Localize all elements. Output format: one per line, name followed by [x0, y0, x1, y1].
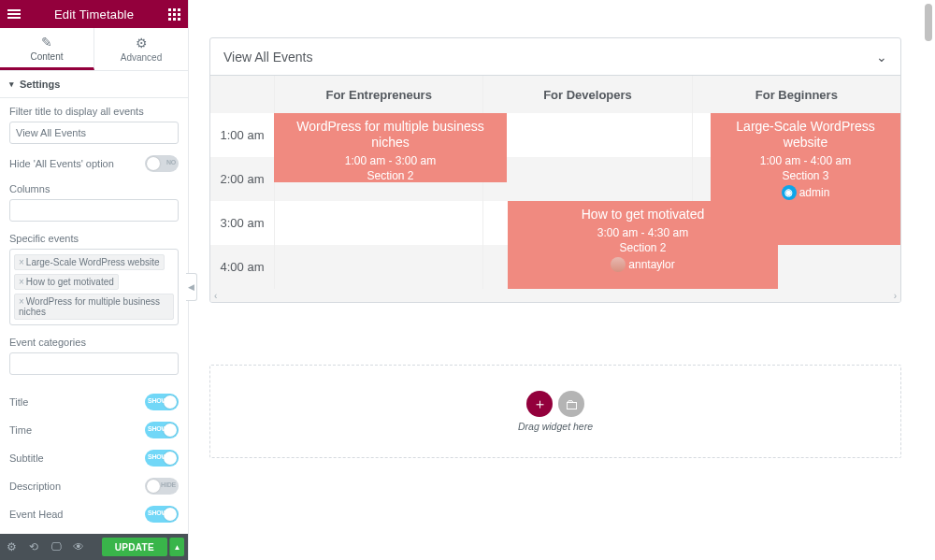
update-split[interactable]: ▲	[169, 538, 184, 556]
gear-icon: ⚙	[136, 36, 148, 50]
footer-responsive[interactable]: 🖵	[45, 534, 67, 560]
plus-icon: ＋	[533, 395, 547, 413]
event-section: Section 3	[714, 169, 897, 182]
event-tag[interactable]: ×WordPress for multiple business niches	[14, 294, 174, 320]
folder-icon: 🗀	[565, 396, 579, 412]
preview-canvas: View All Events ⌄ For Entrepreneurs For …	[189, 0, 935, 560]
footer-revisions[interactable]: ⟲	[22, 534, 45, 560]
time-label: 4:00 am	[210, 245, 274, 289]
main-scrollbar[interactable]	[920, 0, 935, 560]
toggle-title[interactable]: SHOW	[145, 394, 179, 410]
column-header: For Entrepreneurs	[274, 76, 482, 113]
columns-input[interactable]	[9, 199, 179, 222]
event-tag[interactable]: ×Large-Scale WordPress website	[14, 254, 165, 270]
columns-label: Columns	[9, 183, 179, 194]
monitor-icon: 🖵	[50, 540, 62, 553]
scroll-right-icon[interactable]: ›	[894, 291, 897, 301]
event-author: ◉admin	[714, 185, 897, 200]
specific-events-label: Specific events	[9, 233, 179, 244]
footer-settings[interactable]: ⚙	[0, 534, 22, 560]
widget-dropzone[interactable]: ＋ 🗀 Drag widget here	[209, 365, 901, 458]
menu-button[interactable]	[0, 0, 28, 28]
gear-icon: ⚙	[7, 540, 17, 553]
control-hide-all-events: Hide 'All Events' option NO	[9, 155, 179, 172]
event-time: 1:00 am - 4:00 am	[714, 154, 897, 167]
event-author: anntaylor	[511, 257, 774, 272]
panel-tabs: ✎ Content ⚙ Advanced	[0, 28, 188, 71]
time-label: 1:00 am	[210, 113, 274, 157]
control-title: TitleSHOW	[9, 394, 179, 410]
tab-label: Advanced	[121, 52, 162, 63]
grid-icon	[168, 8, 180, 21]
author-avatar-icon	[611, 257, 626, 272]
caret-up-icon: ▲	[174, 543, 181, 552]
caret-down-icon: ▾	[9, 79, 14, 89]
section-settings[interactable]: ▾ Settings	[0, 71, 188, 98]
hamburger-icon	[7, 9, 21, 19]
control-description: DescriptionHIDE	[9, 478, 179, 495]
editor-panel: Edit Timetable ✎ Content ⚙ Advanced ▾ Se…	[0, 0, 189, 560]
event-title: WordPress for multiple business niches	[278, 119, 503, 151]
event-card[interactable]: WordPress for multiple business niches 1…	[274, 113, 507, 182]
toggle-time[interactable]: SHOW	[145, 422, 179, 438]
event-card[interactable]: Large-Scale WordPress website 1:00 am - …	[711, 113, 900, 245]
app-root: Edit Timetable ✎ Content ⚙ Advanced ▾ Se…	[0, 0, 935, 560]
settings-body: Filter title to display all events Hide …	[0, 98, 188, 534]
tag-remove-icon[interactable]: ×	[19, 277, 24, 287]
column-header: For Developers	[482, 76, 691, 113]
scrollbar-thumb[interactable]	[925, 4, 932, 41]
history-icon: ⟲	[29, 540, 38, 553]
control-specific-events: Specific events ×Large-Scale WordPress w…	[9, 233, 179, 325]
event-tag[interactable]: ×How to get motivated	[14, 274, 119, 290]
timetable-filter-dropdown[interactable]: View All Events ⌄	[210, 38, 900, 76]
chevron-down-icon: ⌄	[876, 50, 887, 65]
timetable-grid: For Entrepreneurs For Developers For Beg…	[210, 76, 900, 302]
section-label: Settings	[20, 79, 60, 90]
timetable-scrollbar[interactable]: ‹ ›	[210, 289, 900, 302]
widgets-button[interactable]	[160, 0, 188, 28]
toggle-event-head[interactable]: SHOW	[145, 506, 179, 523]
tag-remove-icon[interactable]: ×	[19, 257, 24, 267]
add-widget-button[interactable]: ＋	[526, 391, 553, 417]
toggle-hide-all-events[interactable]: NO	[145, 155, 179, 172]
folder-widget-button[interactable]: 🗀	[558, 391, 584, 417]
event-categories-label: Event categories	[9, 337, 179, 348]
column-header: For Beginners	[692, 76, 900, 113]
tab-label: Content	[30, 51, 63, 62]
timetable-body: 1:00 am 2:00 am 3:00 am 4:00 am WordPres…	[210, 113, 900, 289]
filter-title-input[interactable]	[9, 122, 179, 144]
toggle-description[interactable]: HIDE	[145, 478, 179, 495]
event-categories-input[interactable]	[9, 352, 179, 375]
scroll-left-icon[interactable]: ‹	[214, 291, 217, 301]
eye-icon: 👁	[73, 540, 84, 553]
event-title: Large-Scale WordPress website	[714, 119, 897, 151]
control-subtitle: SubtitleSHOW	[9, 450, 179, 467]
control-event-categories: Event categories	[9, 337, 179, 375]
event-section: Section 2	[278, 169, 503, 182]
control-columns: Columns	[9, 183, 179, 222]
toggle-subtitle[interactable]: SHOW	[145, 450, 179, 467]
drag-hint: Drag widget here	[518, 421, 593, 432]
panel-header: Edit Timetable	[0, 0, 188, 28]
collapse-panel-handle[interactable]: ◀	[186, 273, 197, 301]
chevron-left-icon: ◀	[188, 282, 194, 292]
pencil-icon: ✎	[41, 35, 52, 50]
control-filter-title: Filter title to display all events	[9, 106, 179, 144]
hide-all-events-label: Hide 'All Events' option	[9, 158, 114, 169]
footer-preview[interactable]: 👁	[67, 534, 90, 560]
author-avatar-icon: ◉	[782, 185, 797, 200]
timetable-widget: View All Events ⌄ For Entrepreneurs For …	[209, 37, 901, 303]
control-event-head: Event HeadSHOW	[9, 506, 179, 523]
panel-title: Edit Timetable	[28, 7, 160, 22]
event-time: 1:00 am - 3:00 am	[278, 154, 503, 167]
time-label: 2:00 am	[210, 157, 274, 201]
dropdown-label: View All Events	[223, 50, 312, 65]
tab-advanced[interactable]: ⚙ Advanced	[94, 28, 188, 70]
tab-content[interactable]: ✎ Content	[0, 28, 94, 70]
tag-remove-icon[interactable]: ×	[19, 296, 24, 307]
time-label: 3:00 am	[210, 201, 274, 245]
timetable-header: For Entrepreneurs For Developers For Beg…	[210, 76, 900, 113]
update-button[interactable]: UPDATE	[102, 538, 167, 556]
specific-events-tagbox[interactable]: ×Large-Scale WordPress website ×How to g…	[9, 249, 179, 325]
panel-footer: ⚙ ⟲ 🖵 👁 UPDATE ▲	[0, 534, 188, 560]
